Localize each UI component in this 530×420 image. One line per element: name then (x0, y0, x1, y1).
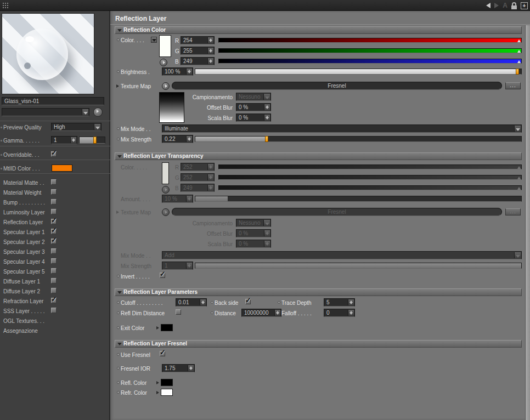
layer-checkbox[interactable] (51, 229, 57, 234)
keyframe-dot-icon[interactable] (117, 275, 120, 277)
texture-browse-button[interactable]: ... (505, 82, 521, 89)
keyframe-dot-icon[interactable] (117, 70, 120, 73)
keyframe-dot-icon[interactable] (117, 311, 120, 314)
layer-checkbox[interactable] (51, 278, 57, 283)
back-arrow-icon[interactable] (486, 3, 490, 8)
color-mode-dropdown[interactable] (151, 37, 157, 43)
offset-blur-field[interactable]: 0 % (236, 103, 271, 111)
reflection-color-swatch[interactable] (159, 35, 171, 57)
falloff-field[interactable]: 0 (324, 309, 355, 317)
sidebar-item-specular-layer-4[interactable]: Specular Layer 4 (0, 258, 110, 266)
section-header-reflection-color[interactable]: Reflection Color (115, 26, 522, 34)
color-b-gradient-slider[interactable] (218, 59, 522, 64)
color-expand-button[interactable] (160, 59, 167, 66)
keyframe-dot-icon[interactable] (211, 311, 213, 314)
forward-arrow-icon[interactable] (494, 3, 499, 8)
spinner[interactable] (70, 137, 76, 143)
section-header-fresnel[interactable]: Reflection Layer Fresnel (115, 340, 522, 348)
back-side-checkbox[interactable] (245, 299, 251, 304)
gamma-slider[interactable] (79, 137, 105, 144)
sidebar-item-assegnazione[interactable]: Assegnazione (0, 327, 110, 336)
chevron-down-icon[interactable] (263, 94, 270, 100)
expand-triangle-icon[interactable] (156, 381, 159, 384)
spinner[interactable] (186, 136, 192, 142)
lock-icon[interactable] (511, 2, 517, 9)
color-r-gradient-slider[interactable] (218, 38, 522, 43)
keyframe-dot-icon[interactable] (278, 301, 280, 304)
layer-checkbox[interactable] (51, 298, 57, 303)
spinner[interactable] (207, 58, 213, 64)
spinner[interactable] (207, 37, 213, 43)
sidebar-item-diffuse-layer-1[interactable]: Diffuse Layer 1 (0, 277, 110, 286)
refl-dim-distance-checkbox[interactable] (176, 309, 181, 315)
fresnel-ior-field[interactable]: 1.75 (162, 364, 195, 372)
refr-color-swatch[interactable] (161, 389, 173, 396)
color-g-gradient-slider[interactable] (218, 48, 522, 53)
sidebar-item-bump[interactable]: Bump . . . . . . . . . (0, 198, 110, 207)
expand-triangle-icon[interactable] (116, 211, 119, 214)
spinner[interactable] (348, 310, 354, 316)
overridable-checkbox[interactable] (51, 151, 57, 157)
brightness-slider[interactable] (195, 69, 522, 75)
chevron-down-icon[interactable] (82, 109, 88, 115)
spinner[interactable] (264, 104, 270, 110)
gradient-marker[interactable] (517, 50, 521, 53)
keyframe-dot-icon[interactable] (117, 326, 120, 329)
chevron-down-icon[interactable] (514, 126, 521, 132)
texture-map-field[interactable]: Fresnel (172, 82, 502, 90)
layer-checkbox[interactable] (51, 308, 57, 313)
expand-triangle-icon[interactable] (156, 326, 159, 330)
sidebar-item-refraction-layer[interactable]: Refraction Layer (0, 297, 110, 306)
spinner[interactable] (207, 48, 213, 54)
invert-checkbox[interactable] (160, 273, 165, 278)
keyframe-dot-icon[interactable] (117, 381, 120, 384)
scala-blur-field[interactable]: 0 % (236, 113, 271, 122)
collapse-triangle-icon[interactable] (117, 155, 122, 158)
color-r-field[interactable]: 254 (181, 36, 215, 44)
sidebar-item-sss-layer[interactable]: SSS Layer . . . . . (0, 307, 110, 316)
brightness-field[interactable]: 100 % (162, 67, 193, 76)
sidebar-item-specular-layer-3[interactable]: Specular Layer 3 (0, 248, 110, 257)
sidebar-item-material-weight[interactable]: Material Weight (0, 189, 110, 197)
preview-quality-dropdown[interactable]: High (51, 123, 102, 131)
layer-checkbox[interactable] (51, 288, 57, 293)
collapse-triangle-icon[interactable] (117, 343, 122, 345)
gamma-field[interactable]: 1 (51, 136, 77, 144)
spinner[interactable] (274, 310, 280, 316)
layer-checkbox[interactable] (51, 258, 57, 264)
keyframe-dot-icon[interactable] (211, 301, 213, 304)
keyframe-dot-icon[interactable] (117, 127, 120, 130)
expand-triangle-icon[interactable] (156, 391, 159, 394)
new-panel-icon[interactable]: + (521, 2, 528, 9)
distance-field[interactable]: 10000000 (241, 309, 281, 317)
trace-depth-field[interactable]: 5 (324, 298, 355, 307)
layer-checkbox[interactable] (51, 189, 57, 195)
layer-checkbox[interactable] (51, 248, 57, 254)
cutoff-field[interactable]: 0.01 (176, 298, 207, 307)
refl-color-swatch[interactable] (161, 379, 173, 386)
mix-strength-field[interactable]: 0.22 (162, 135, 193, 143)
sidebar-item-specular-layer-2[interactable]: Specular Layer 2 (0, 238, 110, 247)
grid-icon[interactable] (2, 2, 9, 9)
material-node-icon[interactable] (93, 107, 103, 117)
keyframe-dot-icon[interactable] (117, 138, 120, 140)
material-preview[interactable] (2, 13, 94, 94)
campionamento-dropdown[interactable]: Nessuno (236, 93, 271, 101)
layer-checkbox[interactable] (51, 219, 57, 224)
spinner[interactable] (186, 69, 192, 75)
keyframe-dot-icon[interactable] (117, 391, 120, 394)
section-header-transparency[interactable]: Reflection Layer Transparency (115, 152, 522, 160)
section-header-parameters[interactable]: Reflection Layer Parameters (115, 288, 522, 296)
sidebar-item-ogl-textures[interactable]: OGL Textures. . . (0, 317, 110, 326)
chevron-down-icon[interactable] (94, 124, 100, 130)
mtlid-color-swatch[interactable] (52, 164, 72, 172)
spinner[interactable] (188, 365, 194, 371)
keyframe-dot-icon[interactable] (117, 353, 120, 356)
texture-expand-button[interactable] (162, 82, 170, 90)
mix-strength-slider[interactable] (195, 136, 522, 142)
exit-color-swatch[interactable] (161, 324, 173, 331)
layer-checkbox[interactable] (51, 199, 57, 205)
use-fresnel-checkbox[interactable] (160, 351, 165, 356)
expand-triangle-icon[interactable] (116, 84, 119, 88)
keyframe-dot-icon[interactable] (117, 38, 120, 41)
